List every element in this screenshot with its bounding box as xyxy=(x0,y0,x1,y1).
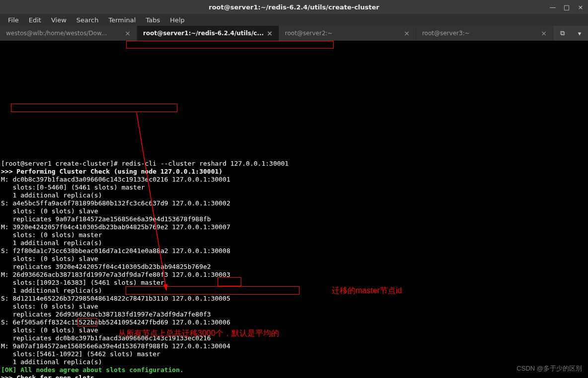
terminal-line: 1 additional replica(s) xyxy=(1,191,587,199)
menu-view[interactable]: View xyxy=(46,15,72,25)
terminal-line: [root@server1 create-cluster]# redis-cli… xyxy=(1,160,587,168)
menu-help[interactable]: Help xyxy=(165,15,190,25)
terminal-line: [OK] All nodes agree about slots configu… xyxy=(1,366,587,374)
terminal-line: slots: (0 slots) slave xyxy=(1,207,587,215)
tab-server1[interactable]: root@server1:~/redis-6.2.4/utils/c... × xyxy=(137,26,279,41)
menu-edit[interactable]: Edit xyxy=(24,15,46,25)
tab-label: root@server3:~ xyxy=(422,30,538,37)
tab-label: root@server2:~ xyxy=(285,30,401,37)
terminal-line: M: 9a07af184572ae156856e6a39e4d153678f98… xyxy=(1,342,587,350)
minimize-button[interactable]: — xyxy=(548,3,557,11)
title-bar: root@server1:~/redis-6.2.4/utils/create-… xyxy=(0,0,588,14)
highlight-command xyxy=(126,41,334,49)
terminal-line: S: f2f80da1c73cc638bbeac016d7a1c2041e0a8… xyxy=(1,247,587,255)
terminal-line: slots:[5461-10922] (5462 slots) master xyxy=(1,350,587,358)
tab-label: root@server1:~/redis-6.2.4/utils/c... xyxy=(143,30,264,37)
terminal-line: replicates 26d936626acb387183fd1997e7a3d… xyxy=(1,311,587,318)
tab-menu-icon[interactable]: ▾ xyxy=(578,30,582,37)
menu-bar: File Edit View Search Terminal Tabs Help xyxy=(0,14,588,26)
annotation-migrate: 从所有节点上总共迁移3000个，默认是平均的 xyxy=(118,329,279,337)
terminal-line: S: 8d12114e65226b372985048614822c78471b3… xyxy=(1,295,587,303)
menu-tabs[interactable]: Tabs xyxy=(141,15,165,25)
tab-westos[interactable]: westos@wlb:/home/westos/Dow... × xyxy=(0,26,137,41)
terminal-line: slots:[0-5460] (5461 slots) master xyxy=(1,184,587,191)
window-title: root@server1:~/redis-6.2.4/utils/create-… xyxy=(209,3,379,11)
terminal-line: 1 additional replica(s) xyxy=(1,358,587,366)
terminal-line: slots:[10923-16383] (5461 slots) master xyxy=(1,279,587,287)
terminal-line: M: dc0b8c397b1faacd3a096606c143c19133ec0… xyxy=(1,176,587,184)
terminal-line: 1 additional replica(s) xyxy=(1,239,587,247)
terminal-line: replicates dc0b8c397b1faacd3a096606c143c… xyxy=(1,334,587,342)
terminal-output[interactable]: 迁移的master节点id 从所有节点上总共迁移3000个，默认是平均的 [ro… xyxy=(0,41,588,378)
new-tab-icon[interactable]: ⧉ xyxy=(560,29,565,37)
menu-terminal[interactable]: Terminal xyxy=(103,15,141,25)
menu-search[interactable]: Search xyxy=(72,15,104,25)
terminal-line: replicates 3920e4242057f04c410305db23bab… xyxy=(1,263,587,271)
close-icon[interactable]: × xyxy=(404,29,410,37)
tab-server3[interactable]: root@server3:~ × xyxy=(416,26,553,41)
annotation-master-id: 迁移的master节点id xyxy=(332,287,402,295)
terminal-line: >>> Performing Cluster Check (using node… xyxy=(1,168,587,176)
terminal-line: M: 3920e4242057f04c410305db23bab94825b76… xyxy=(1,223,587,231)
terminal-line: slots: (0 slots) slave xyxy=(1,326,587,334)
terminal-line: slots: (0 slots) master xyxy=(1,231,587,239)
tab-bar: westos@wlb:/home/westos/Dow... × root@se… xyxy=(0,26,588,41)
terminal-line: slots: (0 slots) slave xyxy=(1,255,587,263)
close-icon[interactable]: × xyxy=(125,29,131,37)
terminal-line: >>> Check for open slots... xyxy=(1,374,587,378)
highlight-node-id xyxy=(11,104,177,112)
menu-file[interactable]: File xyxy=(3,15,24,25)
terminal-line: S: a4e5bc5ffa9ac6f781899b680b132fc3c6c63… xyxy=(1,199,587,207)
terminal-line: slots: (0 slots) slave xyxy=(1,303,587,311)
watermark: CSDN @多于少的区别 xyxy=(516,364,582,373)
close-icon[interactable]: × xyxy=(541,29,547,37)
close-button[interactable]: × xyxy=(576,3,585,11)
maximize-button[interactable]: □ xyxy=(562,3,571,11)
tab-extra: ⧉ ▾ xyxy=(553,26,588,41)
window-controls: — □ × xyxy=(548,3,585,11)
terminal-line: M: 26d936626acb387183fd1997e7a3df9da7fe8… xyxy=(1,271,587,279)
terminal-line: replicates 9a07af184572ae156856e6a39e4d1… xyxy=(1,215,587,223)
tab-server2[interactable]: root@server2:~ × xyxy=(279,26,416,41)
tab-label: westos@wlb:/home/westos/Dow... xyxy=(6,30,122,37)
terminal-line: S: 6ef505a6ff8324c15522babb52410954247fb… xyxy=(1,318,587,326)
close-icon[interactable]: × xyxy=(267,29,273,37)
terminal-line: 1 additional replica(s) xyxy=(1,287,587,295)
